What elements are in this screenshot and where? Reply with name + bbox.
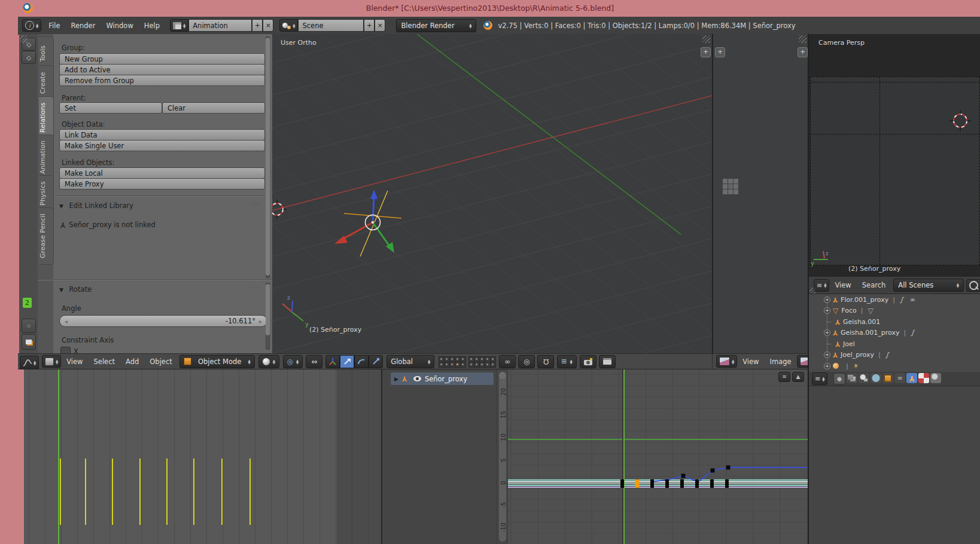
- menu-icon[interactable]: ≡: [778, 372, 790, 382]
- tab-grease-pencil[interactable]: Grease Pencil: [39, 207, 54, 265]
- close-layout-button[interactable]: ×: [263, 19, 273, 32]
- parent-set-button[interactable]: Set: [59, 102, 162, 114]
- keyframe-line[interactable]: [85, 459, 86, 525]
- scene-icon-button[interactable]: ▲▼: [279, 19, 298, 32]
- menu-view[interactable]: View: [835, 281, 851, 289]
- remove-from-group-button[interactable]: Remove from Group: [59, 75, 265, 86]
- add-to-active-button[interactable]: Add to Active: [59, 64, 265, 75]
- tab-physics[interactable]: Physics: [39, 175, 54, 212]
- expand-icon[interactable]: +: [824, 352, 830, 358]
- manipulator-axes-icon[interactable]: [325, 355, 340, 368]
- channel-row[interactable]: ▶ Y Señor_proxy: [391, 372, 494, 385]
- properties-tab-render[interactable]: [833, 373, 845, 384]
- info-editor-type-button[interactable]: i ▲▼: [22, 19, 41, 32]
- outliner-item[interactable]: YGeisha.001: [809, 316, 980, 328]
- transform-orientation-select[interactable]: Global ▲▼: [386, 355, 434, 368]
- outliner-editor-type-button[interactable]: ≡ ▲▼: [814, 279, 829, 292]
- keyframe[interactable]: [710, 479, 714, 488]
- expand-properties-region-button[interactable]: +: [701, 47, 711, 57]
- properties-tab-texture[interactable]: [930, 373, 941, 383]
- parent-clear-button[interactable]: Clear: [162, 102, 265, 114]
- snap-element-select[interactable]: ⊞ ▲▼: [557, 355, 576, 368]
- keyframe[interactable]: [620, 479, 624, 488]
- menu-file[interactable]: File: [48, 22, 60, 30]
- keyframe-line[interactable]: [193, 459, 194, 525]
- timeline-editor[interactable]: [24, 369, 381, 544]
- outliner-item[interactable]: +YJoel_proxy|∫: [809, 350, 980, 361]
- angle-slider[interactable]: ◂ -10.611° ▸: [59, 315, 267, 327]
- properties-tab-object-data[interactable]: [906, 373, 917, 383]
- add-scene-button[interactable]: +: [364, 19, 375, 32]
- pivot-point-select[interactable]: ◎ ▲▼: [283, 355, 303, 368]
- keyframe[interactable]: [726, 466, 731, 470]
- proportional-edit-toggle[interactable]: ◎: [518, 355, 535, 368]
- constraint-axis-x-checkbox[interactable]: [60, 347, 71, 353]
- properties-tab-scene[interactable]: [859, 373, 869, 383]
- link-data-button[interactable]: Link Data: [59, 129, 265, 140]
- tab-relations[interactable]: Relations: [39, 96, 54, 139]
- graph-corner-widget[interactable]: ≡ ▲: [778, 372, 804, 381]
- corner-grip[interactable]: [809, 288, 815, 294]
- keyframe[interactable]: [680, 479, 684, 488]
- outliner-item[interactable]: +YGeisha.001_proxy|∫: [809, 328, 980, 339]
- properties-editor-type-button[interactable]: ≡ ▲▼: [812, 372, 827, 385]
- dots-widget-icon[interactable]: ⁘: [22, 319, 36, 333]
- keyframe-line[interactable]: [166, 459, 168, 525]
- menu-help[interactable]: Help: [144, 22, 160, 30]
- outliner-item[interactable]: +▽Foco|▽: [809, 305, 980, 317]
- keyframe[interactable]: [650, 479, 654, 488]
- new-group-button[interactable]: New Group: [59, 53, 265, 65]
- tab-create[interactable]: Create: [39, 65, 54, 101]
- close-scene-button[interactable]: ×: [375, 19, 385, 32]
- view3d-editor-type-button[interactable]: ▲▼: [42, 355, 61, 368]
- panel-grip-icon[interactable]: ::::: [251, 285, 260, 291]
- camera-viewport[interactable]: y z Camera Persp (2) Señor_proxy: [809, 34, 980, 276]
- manipulate-origins-toggle[interactable]: ⇔: [306, 355, 322, 368]
- outliner-scope-select[interactable]: All Scenes ▲▼: [893, 279, 964, 292]
- timeline-editor-type-button[interactable]: ▲▼: [20, 356, 39, 369]
- expand-icon[interactable]: +: [824, 297, 830, 303]
- properties-tab-object[interactable]: [882, 373, 893, 383]
- manipulator-translate-toggle[interactable]: [340, 355, 354, 368]
- layer-cell[interactable]: [460, 362, 466, 368]
- tool-shelf-scrollbar[interactable]: [266, 36, 270, 278]
- properties-tab-constraints[interactable]: ∞: [894, 373, 905, 383]
- make-local-button[interactable]: Make Local: [59, 167, 265, 179]
- keyframe[interactable]: [711, 469, 715, 473]
- expand-icon[interactable]: +: [824, 363, 830, 369]
- uv-image-editor[interactable]: + +: [712, 34, 809, 353]
- menu-object[interactable]: Object: [150, 357, 172, 366]
- slider-right-arrow-icon[interactable]: ▸: [259, 318, 262, 325]
- graph-plot-area[interactable]: [508, 369, 808, 544]
- menu-render[interactable]: Render: [71, 22, 95, 30]
- eyedropper-icon-2[interactable]: ◇: [22, 51, 36, 64]
- layers-widget[interactable]: [439, 356, 495, 367]
- properties-tab-world[interactable]: [871, 373, 881, 383]
- menu-add[interactable]: Add: [126, 357, 139, 366]
- menu-window[interactable]: Window: [106, 22, 133, 30]
- expand-triangle-icon[interactable]: ▶: [394, 376, 398, 382]
- outliner-item[interactable]: +YFlor.001_proxy|∫∞: [809, 294, 980, 305]
- outliner-filter-button[interactable]: [966, 279, 980, 292]
- screen-layout-icon-button[interactable]: ▲▼: [170, 19, 188, 32]
- properties-tab-render-layers[interactable]: [847, 373, 857, 383]
- menu-select[interactable]: Select: [94, 357, 115, 366]
- opengl-render-button[interactable]: [580, 355, 596, 368]
- opengl-render-anim-button[interactable]: [599, 355, 616, 368]
- make-proxy-button[interactable]: Make Proxy: [59, 178, 265, 190]
- viewport-shading-select[interactable]: ▲▼: [258, 355, 279, 368]
- screen-layout-field[interactable]: Animation: [188, 19, 252, 32]
- corner-grip[interactable]: [20, 35, 28, 43]
- manipulator-rotate-toggle[interactable]: [354, 355, 369, 368]
- keyframe[interactable]: [725, 479, 729, 488]
- add-layout-button[interactable]: +: [252, 19, 263, 32]
- visibility-eye-icon[interactable]: [413, 376, 421, 381]
- properties-tab-material[interactable]: [918, 373, 929, 383]
- keyframe-line[interactable]: [60, 459, 61, 525]
- current-frame-line[interactable]: [58, 369, 59, 544]
- window-widget-icon[interactable]: [22, 334, 36, 350]
- keyframe-line[interactable]: [139, 459, 141, 525]
- expand-icon[interactable]: +: [824, 307, 830, 314]
- graph-vertical-scrollbar[interactable]: 20151050-5-10: [497, 369, 508, 544]
- expand-toolshelf-button[interactable]: +: [715, 47, 725, 57]
